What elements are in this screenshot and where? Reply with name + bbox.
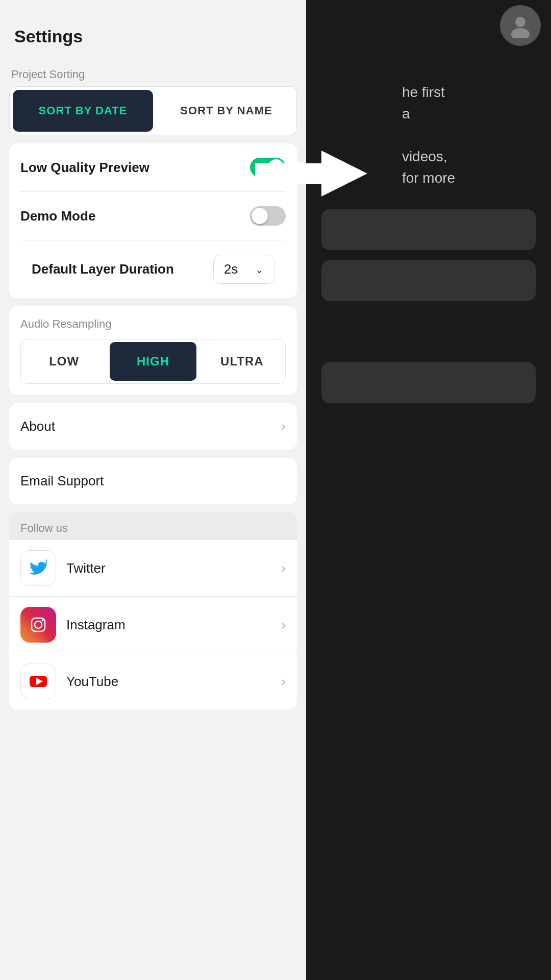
low-quality-preview-label: Low Quality Preview [20,160,149,176]
duration-select-dropdown[interactable]: 2s ⌄ [213,255,274,284]
email-support-nav-item[interactable]: Email Support [9,458,297,504]
arrow-pointer [255,148,367,199]
right-panel-text-content: he firstavideos,for more [402,84,455,186]
audio-resampling-label: Audio Resampling [20,317,286,331]
demo-mode-toggle[interactable] [250,206,286,226]
instagram-icon-wrap [20,607,56,643]
audio-resampling-section: Audio Resampling LOW HIGH ULTRA [9,306,297,395]
right-btn-1[interactable] [321,209,536,250]
quality-ultra-button[interactable]: ULTRA [199,339,285,383]
right-btn-3[interactable] [321,362,536,403]
project-sorting-label: Project Sorting [0,59,306,86]
twitter-left: Twitter [20,550,106,586]
duration-value: 2s [224,261,238,277]
demo-mode-label: Demo Mode [20,208,95,224]
right-btn-2[interactable] [321,260,536,301]
about-nav-item[interactable]: About › [9,403,297,450]
instagram-icon [28,614,49,635]
toggle-section: Low Quality Preview Demo Mode Default La… [9,143,297,298]
youtube-label: YouTube [66,674,118,690]
chevron-down-icon: ⌄ [255,263,264,276]
email-support-label: Email Support [20,473,104,489]
quality-buttons-container: LOW HIGH ULTRA [20,339,286,384]
demo-mode-thumb [252,208,268,224]
instagram-social-item[interactable]: Instagram › [9,596,297,653]
default-layer-duration-row: Default Layer Duration 2s ⌄ [20,240,286,298]
follow-us-label: Follow us [9,512,297,540]
default-layer-duration-label: Default Layer Duration [32,261,174,277]
youtube-chevron-icon: › [281,674,286,690]
svg-point-1 [35,621,42,628]
youtube-social-item[interactable]: YouTube › [9,653,297,709]
page-title: Settings [0,0,306,59]
sort-by-name-button[interactable]: SORT BY NAME [156,87,296,135]
svg-marker-5 [255,151,367,197]
right-panel-description: he firstavideos,for more [402,82,455,189]
settings-panel: Settings Project Sorting SORT BY DATE SO… [0,0,306,980]
sort-by-date-button[interactable]: SORT BY DATE [13,90,153,132]
instagram-left: Instagram [20,607,126,643]
right-panel: he firstavideos,for more [306,0,551,980]
svg-point-6 [515,17,525,27]
twitter-label: Twitter [66,560,106,576]
avatar [500,5,541,46]
about-chevron-icon: › [281,419,286,434]
svg-point-7 [511,28,530,38]
quality-low-button[interactable]: LOW [21,339,107,383]
demo-mode-row: Demo Mode [20,191,286,240]
follow-us-section: Follow us Twitter › [9,512,297,709]
avatar-icon [508,13,533,38]
twitter-icon-wrap [20,550,56,586]
twitter-social-item[interactable]: Twitter › [9,540,297,596]
twitter-chevron-icon: › [281,560,286,576]
youtube-icon-wrap [20,664,56,699]
instagram-label: Instagram [66,617,126,633]
low-quality-preview-row: Low Quality Preview [20,143,286,191]
svg-point-2 [42,620,44,622]
quality-high-button[interactable]: HIGH [110,342,196,381]
arrow-icon [255,148,367,199]
instagram-chevron-icon: › [281,617,286,633]
sort-buttons-container: SORT BY DATE SORT BY NAME [9,86,297,135]
right-panel-buttons [321,209,536,403]
about-label: About [20,419,55,434]
youtube-icon [28,671,49,692]
twitter-icon [28,557,49,579]
youtube-left: YouTube [20,664,118,699]
